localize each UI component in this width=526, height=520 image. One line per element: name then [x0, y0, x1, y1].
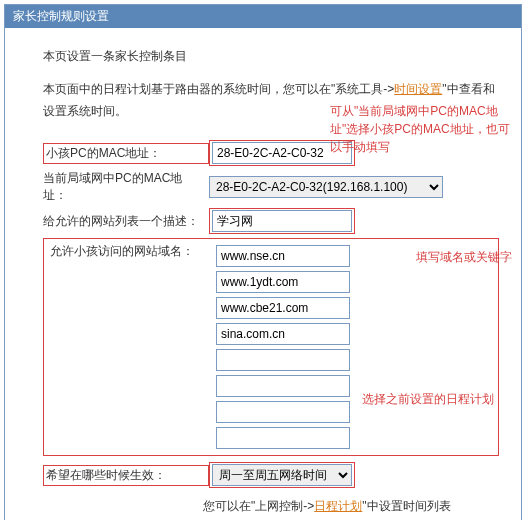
domain-input-2[interactable]: [216, 297, 350, 319]
domains-box: 允许小孩访问的网站域名：: [43, 238, 499, 456]
schedule-select[interactable]: 周一至周五网络时间: [212, 464, 352, 486]
domain-input-6[interactable]: [216, 401, 350, 423]
lan-mac-label: 当前局域网中PC的MAC地址：: [43, 170, 209, 204]
row-lan-mac: 当前局域网中PC的MAC地址： 28-E0-2C-A2-C0-32(192.16…: [43, 170, 499, 204]
row-schedule: 希望在哪些时候生效： 周一至周五网络时间: [43, 462, 499, 488]
hint-a: 您可以在"上网控制->: [203, 499, 314, 513]
domain-inputs: [210, 243, 350, 451]
desc-input[interactable]: [212, 210, 352, 232]
domain-input-0[interactable]: [216, 245, 350, 267]
schedule-box: 周一至周五网络时间: [209, 462, 355, 488]
annotation-schedule: 选择之前设置的日程计划: [362, 390, 522, 408]
desc-box: [209, 208, 355, 234]
hint-b: "中设置时间列表: [362, 499, 450, 513]
desc-label: 给允许的网站列表一个描述：: [43, 213, 209, 230]
domain-input-5[interactable]: [216, 375, 350, 397]
annotation-mac: 可从"当前局域网中PC的MAC地址"选择小孩PC的MAC地址，也可以手动填写: [330, 102, 515, 156]
schedule-plan-link[interactable]: 日程计划: [314, 499, 362, 513]
domain-input-4[interactable]: [216, 349, 350, 371]
annotation-domain: 填写域名或关键字: [416, 248, 526, 266]
lan-mac-select[interactable]: 28-E0-2C-A2-C0-32(192.168.1.100): [209, 176, 443, 198]
time-settings-link[interactable]: 时间设置: [394, 82, 442, 96]
intro-text-1: 本页设置一条家长控制条目: [43, 48, 499, 65]
domain-input-7[interactable]: [216, 427, 350, 449]
domains-label: 允许小孩访问的网站域名：: [50, 243, 210, 451]
schedule-hint: 您可以在"上网控制->日程计划"中设置时间列表: [203, 496, 499, 518]
panel-title: 家长控制规则设置: [5, 5, 521, 28]
domain-input-3[interactable]: [216, 323, 350, 345]
domain-input-1[interactable]: [216, 271, 350, 293]
schedule-label: 希望在哪些时候生效：: [43, 465, 209, 486]
row-desc: 给允许的网站列表一个描述：: [43, 208, 499, 234]
intro2-a: 本页面中的日程计划基于路由器的系统时间，您可以在"系统工具->: [43, 82, 394, 96]
child-mac-label: 小孩PC的MAC地址：: [43, 143, 209, 164]
